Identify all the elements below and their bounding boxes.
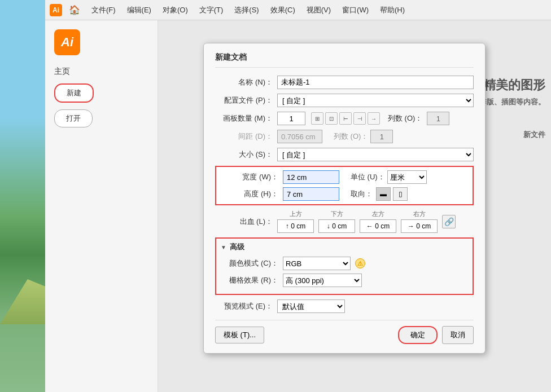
height-label: 高度 (H)： [221, 189, 283, 199]
dialog-title: 新建文档 [215, 52, 474, 68]
artboard-icon4[interactable]: ⊣ [353, 112, 366, 125]
profile-row: 配置文件 (P)： [ 自定 ] [215, 94, 474, 107]
artboard-input[interactable] [277, 112, 305, 125]
footer-right-btns: 确定 取消 [398, 326, 474, 344]
menu-help[interactable]: 帮助(H) [375, 3, 409, 17]
artboard-icon5[interactable]: → [368, 112, 380, 125]
landscape-btn[interactable]: ▯ [393, 187, 408, 201]
spacing-row: 间距 (D)： 列数 (O)： [215, 130, 474, 143]
app-logo: Ai [50, 4, 62, 16]
width-input[interactable] [283, 170, 339, 184]
app-window: Ai 🏠 文件(F) 编辑(E) 对象(O) 文字(T) 选择(S) 效果(C)… [45, 0, 551, 392]
menu-bar: Ai 🏠 文件(F) 编辑(E) 对象(O) 文字(T) 选择(S) 效果(C)… [45, 0, 551, 20]
spacing-input[interactable] [277, 130, 322, 143]
ok-button[interactable]: 确定 [398, 326, 438, 344]
menu-view[interactable]: 视图(V) [302, 3, 335, 17]
color-mode-row: 颜色模式 (C)： RGB CMYK ⚠ [221, 257, 468, 270]
menu-object[interactable]: 对象(O) [158, 3, 193, 17]
bleed-inputs: 上方 下方 左方 右方 [277, 210, 474, 233]
portrait-btn[interactable]: ▬ [376, 187, 391, 201]
open-button[interactable]: 打开 [54, 109, 93, 127]
color-mode-label: 颜色模式 (C)： [221, 258, 283, 268]
menu-file[interactable]: 文件(F) [87, 3, 120, 17]
dialog-footer: 模板 (T)... 确定 取消 [215, 320, 474, 344]
color-mode-select[interactable]: RGB CMYK [283, 257, 351, 270]
unit-select[interactable]: 厘米 毫米 像素 英寸 [387, 170, 427, 184]
spacing-label: 间距 (D)： [215, 131, 277, 142]
advanced-header[interactable]: ▼ 高级 [221, 242, 468, 252]
bleed-left-input[interactable] [360, 219, 396, 233]
bleed-link-btn[interactable]: 🔗 [442, 215, 456, 228]
menu-select[interactable]: 选择(S) [230, 3, 263, 17]
preview-row: 预览模式 (E)： 默认值 [215, 299, 474, 313]
bleed-top-col: 上方 [277, 210, 314, 233]
columns-label-right: 列数 (O)： [334, 131, 368, 142]
bleed-top-label: 上方 [290, 210, 302, 218]
bleed-label: 出血 (L)： [215, 217, 277, 227]
profile-select[interactable]: [ 自定 ] [277, 94, 474, 107]
raster-label: 栅格效果 (R)： [221, 275, 283, 285]
preview-label: 预览模式 (E)： [215, 301, 277, 311]
dialog-overlay: 新建文档 名称 (N)： 配置文件 (P)： [ 自定 ] [158, 20, 551, 392]
bleed-right-label: 右方 [413, 210, 426, 218]
advanced-section: ▼ 高级 颜色模式 (C)： RGB CMYK ⚠ [215, 237, 474, 295]
bleed-bottom-col: 下方 [318, 210, 355, 233]
artboard-icon1[interactable]: ⊞ [311, 112, 323, 125]
orientation-label: 取向： [351, 189, 373, 199]
cancel-button[interactable]: 取消 [442, 326, 474, 344]
bleed-bottom-label: 下方 [331, 210, 343, 218]
new-button[interactable]: 新建 [54, 83, 94, 103]
menu-effect[interactable]: 效果(C) [266, 3, 300, 17]
bleed-section: 出血 (L)： 上方 下方 左方 [215, 210, 474, 233]
name-input[interactable] [277, 76, 474, 89]
size-label: 大小 (S)： [215, 149, 277, 160]
menu-edit[interactable]: 编辑(E) [123, 3, 156, 17]
new-document-dialog: 新建文档 名称 (N)： 配置文件 (P)： [ 自定 ] [203, 43, 486, 354]
height-input[interactable] [283, 187, 339, 201]
right-area: 精美的图形 排版、插图等内容。 新文件 新建文档 名称 (N)： 配置文件 (P… [158, 20, 551, 392]
warning-icon: ⚠ [355, 258, 365, 268]
sidebar-home-title: 主页 [54, 67, 148, 77]
artboard-row: 画板数量 (M)： ⊞ ⊡ ⊢ ⊣ → 列数 (O)： [215, 112, 474, 125]
bleed-right-input[interactable] [401, 219, 438, 233]
artboard-icon2[interactable]: ⊡ [325, 112, 338, 125]
artboard-label: 画板数量 (M)： [215, 113, 277, 124]
bleed-left-col: 左方 [360, 210, 396, 233]
home-button[interactable]: 🏠 [67, 2, 82, 18]
orientation-btns: ▬ ▯ [376, 187, 408, 201]
size-select[interactable]: [ 自定 ] [277, 148, 474, 161]
size-row: 大小 (S)： [ 自定 ] [215, 148, 474, 161]
wh-highlight-box: 宽度 (W)： 单位 (U)： 厘米 毫米 像素 英寸 [215, 166, 474, 205]
columns-input[interactable] [427, 112, 449, 125]
height-row: 高度 (H)： 取向： ▬ ▯ [221, 187, 468, 201]
advanced-label: 高级 [230, 242, 244, 252]
bleed-top-input[interactable] [277, 219, 314, 233]
template-button[interactable]: 模板 (T)... [215, 327, 264, 343]
expand-icon: ▼ [221, 244, 226, 250]
artboard-icons: ⊞ ⊡ ⊢ ⊣ → [311, 112, 380, 125]
artboard-icon3[interactable]: ⊢ [339, 112, 352, 125]
columns-label: 列数 (O)： [388, 113, 422, 124]
bleed-bottom-input[interactable] [318, 219, 355, 233]
menu-text[interactable]: 文字(T) [195, 3, 228, 17]
preview-select[interactable]: 默认值 [277, 299, 345, 313]
bleed-left-label: 左方 [372, 210, 384, 218]
sidebar: Ai 主页 新建 打开 [45, 20, 158, 392]
name-label: 名称 (N)： [215, 77, 277, 87]
main-content: Ai 主页 新建 打开 精美的图形 排版、插图等内容。 新文件 新建文档 名称 … [45, 20, 551, 392]
width-row: 宽度 (W)： 单位 (U)： 厘米 毫米 像素 英寸 [221, 170, 468, 184]
menu-items: 文件(F) 编辑(E) 对象(O) 文字(T) 选择(S) 效果(C) 视图(V… [87, 3, 409, 17]
menu-window[interactable]: 窗口(W) [338, 3, 373, 17]
raster-select[interactable]: 高 (300 ppi) 中 (150 ppi) 低 (72 ppi) [283, 274, 362, 287]
unit-label: 单位 (U)： [351, 172, 385, 182]
columns-input-right[interactable] [370, 130, 393, 143]
profile-label: 配置文件 (P)： [215, 95, 277, 105]
bleed-right-col: 右方 [401, 210, 438, 233]
raster-row: 栅格效果 (R)： 高 (300 ppi) 中 (150 ppi) 低 (72 … [221, 274, 468, 287]
width-label: 宽度 (W)： [221, 172, 283, 182]
name-row: 名称 (N)： [215, 76, 474, 89]
sidebar-ai-logo: Ai [54, 29, 80, 55]
